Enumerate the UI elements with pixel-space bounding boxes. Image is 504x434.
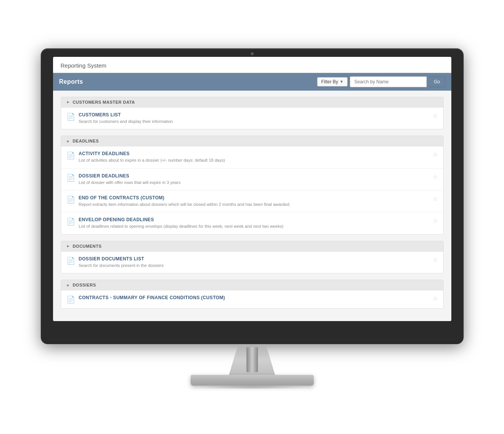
app-header: Reports Filter By ▼ Go bbox=[53, 73, 451, 91]
report-description: List of activities about to expire in a … bbox=[79, 157, 429, 163]
section-documents: ►DOCUMENTS 📄 DOSSIER DOCUMENTS LIST Sear… bbox=[61, 241, 444, 273]
report-item-left: 📄 ENVELOP OPENING DEADLINES List of dead… bbox=[67, 217, 429, 229]
report-item-left: 📄 CONTRACTS - SUMMARY OF FINANCE CONDITI… bbox=[67, 295, 429, 304]
search-input[interactable] bbox=[350, 76, 427, 87]
report-item-end-of-contracts[interactable]: 📄 END OF THE CONTRACTS (CUSTOM) Report e… bbox=[61, 190, 443, 212]
report-item-left: 📄 ACTIVITY DEADLINES List of activities … bbox=[67, 151, 429, 163]
report-info: CONTRACTS - SUMMARY OF FINANCE CONDITION… bbox=[79, 295, 429, 301]
report-name[interactable]: DOSSIER DOCUMENTS LIST bbox=[79, 256, 429, 262]
report-item-dossier-deadlines[interactable]: 📄 DOSSIER DEADLINES List of dossier with… bbox=[61, 169, 443, 190]
section-chevron-icon: ► bbox=[67, 139, 70, 143]
section-title: DEADLINES bbox=[73, 139, 99, 143]
sections-container: ►CUSTOMERS MASTER DATA 📄 CUSTOMERS LIST … bbox=[61, 97, 444, 309]
favorite-star-icon[interactable]: ☆ bbox=[432, 151, 438, 158]
section-dossiers: ►DOSSIERS 📄 CONTRACTS - SUMMARY OF FINAN… bbox=[61, 280, 444, 309]
monitor-screen: Reporting System Reports Filter By ▼ Go bbox=[53, 57, 451, 321]
report-item-activity-deadlines[interactable]: 📄 ACTIVITY DEADLINES List of activities … bbox=[61, 146, 443, 168]
report-description: List of deadlines related to opening env… bbox=[79, 224, 429, 229]
section-deadlines: ►DEADLINES 📄 ACTIVITY DEADLINES List of … bbox=[61, 136, 444, 235]
filter-label: Filter By bbox=[321, 79, 338, 84]
report-info: DOSSIER DEADLINES List of dossier with o… bbox=[79, 173, 429, 186]
stand-neck bbox=[229, 344, 275, 375]
report-item-envelop-opening-deadlines[interactable]: 📄 ENVELOP OPENING DEADLINES List of dead… bbox=[61, 212, 443, 234]
go-button[interactable]: Go bbox=[429, 76, 445, 87]
section-title: DOCUMENTS bbox=[73, 244, 101, 248]
report-file-icon: 📄 bbox=[67, 113, 75, 121]
report-description: Report extracts item information about d… bbox=[79, 202, 429, 207]
section-title: DOSSIERS bbox=[73, 283, 96, 287]
section-header-documents: ►DOCUMENTS bbox=[61, 241, 443, 252]
report-file-icon: 📄 bbox=[67, 295, 75, 304]
filter-arrow-icon: ▼ bbox=[340, 80, 344, 84]
favorite-star-icon[interactable]: ☆ bbox=[432, 217, 438, 224]
section-customers-master-data: ►CUSTOMERS MASTER DATA 📄 CUSTOMERS LIST … bbox=[61, 97, 444, 129]
favorite-star-icon[interactable]: ☆ bbox=[432, 173, 438, 181]
report-file-icon: 📄 bbox=[67, 195, 75, 204]
report-info: CUSTOMERS LIST Search for customers and … bbox=[79, 112, 429, 124]
report-item-contracts-summary[interactable]: 📄 CONTRACTS - SUMMARY OF FINANCE CONDITI… bbox=[61, 290, 443, 308]
report-description: Search for documents present in the doss… bbox=[79, 263, 429, 268]
report-file-icon: 📄 bbox=[67, 257, 75, 265]
section-chevron-icon: ► bbox=[67, 283, 70, 287]
report-item-left: 📄 CUSTOMERS LIST Search for customers an… bbox=[67, 112, 429, 124]
monitor-stand bbox=[41, 344, 464, 386]
reports-heading: Reports bbox=[59, 78, 83, 85]
report-description: Search for customers and display their i… bbox=[79, 119, 429, 124]
report-item-left: 📄 DOSSIER DOCUMENTS LIST Search for docu… bbox=[67, 256, 429, 268]
section-chevron-icon: ► bbox=[67, 244, 70, 248]
app-container: Reporting System Reports Filter By ▼ Go bbox=[53, 57, 451, 321]
report-name[interactable]: CUSTOMERS LIST bbox=[79, 112, 429, 118]
report-file-icon: 📄 bbox=[67, 151, 75, 160]
app-title: Reporting System bbox=[53, 57, 451, 73]
report-name[interactable]: ACTIVITY DEADLINES bbox=[79, 151, 429, 156]
report-description: List of dossier with offer rows that wil… bbox=[79, 180, 429, 186]
favorite-star-icon[interactable]: ☆ bbox=[432, 112, 438, 119]
report-item-customers-list[interactable]: 📄 CUSTOMERS LIST Search for customers an… bbox=[61, 108, 443, 129]
monitor-camera bbox=[251, 52, 254, 55]
app-title-text: Reporting System bbox=[61, 62, 106, 69]
favorite-star-icon[interactable]: ☆ bbox=[432, 256, 438, 263]
report-info: END OF THE CONTRACTS (CUSTOM) Report ext… bbox=[79, 195, 429, 207]
report-info: ACTIVITY DEADLINES List of activities ab… bbox=[79, 151, 429, 163]
header-controls: Filter By ▼ Go bbox=[317, 76, 445, 87]
app-content: ►CUSTOMERS MASTER DATA 📄 CUSTOMERS LIST … bbox=[53, 91, 451, 321]
section-header-customers-master-data: ►CUSTOMERS MASTER DATA bbox=[61, 97, 443, 108]
section-chevron-icon: ► bbox=[67, 100, 70, 104]
favorite-star-icon[interactable]: ☆ bbox=[432, 195, 438, 202]
report-file-icon: 📄 bbox=[67, 217, 75, 226]
section-header-deadlines: ►DEADLINES bbox=[61, 136, 443, 146]
section-header-dossiers: ►DOSSIERS bbox=[61, 280, 443, 290]
stand-neck-inner bbox=[246, 347, 258, 372]
favorite-star-icon[interactable]: ☆ bbox=[432, 295, 438, 302]
report-name[interactable]: CONTRACTS - SUMMARY OF FINANCE CONDITION… bbox=[79, 295, 429, 300]
report-file-icon: 📄 bbox=[67, 174, 75, 182]
filter-by-button[interactable]: Filter By ▼ bbox=[317, 77, 348, 86]
stand-base bbox=[191, 375, 314, 386]
report-item-left: 📄 END OF THE CONTRACTS (CUSTOM) Report e… bbox=[67, 195, 429, 207]
report-info: DOSSIER DOCUMENTS LIST Search for docume… bbox=[79, 256, 429, 268]
report-name[interactable]: ENVELOP OPENING DEADLINES bbox=[79, 217, 429, 222]
section-title: CUSTOMERS MASTER DATA bbox=[73, 100, 135, 104]
report-info: ENVELOP OPENING DEADLINES List of deadli… bbox=[79, 217, 429, 229]
report-name[interactable]: END OF THE CONTRACTS (CUSTOM) bbox=[79, 195, 429, 200]
report-item-dossier-documents-list[interactable]: 📄 DOSSIER DOCUMENTS LIST Search for docu… bbox=[61, 252, 443, 273]
report-item-left: 📄 DOSSIER DEADLINES List of dossier with… bbox=[67, 173, 429, 186]
report-name[interactable]: DOSSIER DEADLINES bbox=[79, 173, 429, 179]
